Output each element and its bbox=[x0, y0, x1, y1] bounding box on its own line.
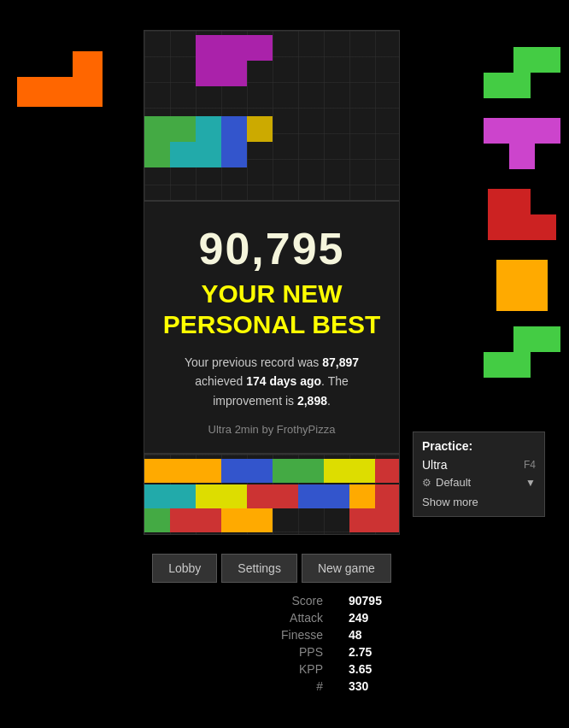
board-piece-cyan2 bbox=[196, 142, 221, 167]
bp-red5 bbox=[349, 508, 400, 532]
game-board: 90,795 YOUR NEW PERSONAL BEST Your previ… bbox=[144, 30, 400, 577]
practice-panel: Practice: Ultra F4 ⚙ Default ▼ Show more bbox=[413, 432, 545, 517]
left-decorative-pieces bbox=[17, 51, 103, 107]
bp-blue2 bbox=[298, 484, 349, 508]
practice-mode-label: Ultra bbox=[422, 458, 448, 472]
pink-t-piece bbox=[484, 118, 560, 173]
stat-row-attack: Attack 249 bbox=[144, 611, 400, 625]
settings-button[interactable]: Settings bbox=[221, 554, 297, 583]
stat-value-finesse: 48 bbox=[349, 628, 400, 642]
bp-blue1 bbox=[221, 459, 273, 483]
green-s-piece-bottom bbox=[484, 326, 560, 382]
orange-l-piece bbox=[17, 51, 103, 107]
board-piece-yellow bbox=[247, 116, 273, 142]
bp-yellow2 bbox=[196, 484, 247, 508]
orange-square-piece bbox=[496, 260, 548, 311]
bp-orange3 bbox=[221, 508, 273, 532]
stat-row-kpp: KPP 3.65 bbox=[144, 662, 400, 676]
bp-yellow1 bbox=[324, 459, 375, 483]
board-piece-purple bbox=[196, 35, 273, 61]
stat-label-finesse: Finesse bbox=[255, 628, 323, 642]
stat-value-score: 90795 bbox=[349, 594, 400, 608]
stat-label-pps: PPS bbox=[255, 645, 323, 659]
right-decorative-pieces bbox=[484, 47, 560, 382]
practice-key: F4 bbox=[524, 459, 536, 471]
stat-value-rank: 330 bbox=[349, 679, 400, 693]
board-pieces bbox=[144, 31, 399, 200]
bp-green1 bbox=[273, 459, 324, 483]
stat-row-score: Score 90795 bbox=[144, 594, 400, 608]
stat-value-kpp: 3.65 bbox=[349, 662, 400, 676]
bp-red1 bbox=[375, 459, 400, 483]
game-mode-text: Ultra 2min by FrothyPizza bbox=[161, 423, 382, 436]
score-display: 90,795 bbox=[161, 223, 382, 274]
result-panel: 90,795 YOUR NEW PERSONAL BEST Your previ… bbox=[144, 201, 400, 454]
default-label: Default bbox=[436, 476, 521, 489]
bp-red4 bbox=[170, 508, 221, 532]
lobby-button[interactable]: Lobby bbox=[152, 554, 217, 583]
stat-value-attack: 249 bbox=[349, 611, 400, 625]
show-more-button[interactable]: Show more bbox=[422, 496, 478, 508]
prev-record-text: Your previous record was 87,897 achieved… bbox=[161, 353, 382, 410]
bp-red2 bbox=[247, 484, 298, 508]
board-piece-green2 bbox=[170, 116, 196, 142]
gear-icon: ⚙ bbox=[422, 477, 431, 489]
bp-orange1 bbox=[144, 459, 221, 483]
stat-label-rank: # bbox=[255, 679, 323, 693]
chevron-down-icon: ▼ bbox=[525, 477, 536, 489]
green-s-piece-top bbox=[484, 47, 560, 103]
practice-default-row[interactable]: ⚙ Default ▼ bbox=[422, 476, 536, 489]
stat-row-rank: # 330 bbox=[144, 679, 400, 693]
stat-row-finesse: Finesse 48 bbox=[144, 628, 400, 642]
board-piece-purple3 bbox=[221, 61, 247, 86]
action-buttons: Lobby Settings New game bbox=[144, 554, 400, 583]
board-piece-green bbox=[144, 116, 170, 167]
stat-value-pps: 2.75 bbox=[349, 645, 400, 659]
bottom-pieces bbox=[144, 455, 399, 534]
board-piece-cyan bbox=[170, 142, 196, 167]
bp-cyan2 bbox=[144, 484, 196, 508]
bp-red3 bbox=[375, 484, 400, 508]
new-game-button[interactable]: New game bbox=[302, 554, 391, 583]
stats-area: Score 90795 Attack 249 Finesse 48 PPS 2.… bbox=[144, 594, 400, 696]
practice-title: Practice: bbox=[422, 439, 536, 453]
board-top bbox=[144, 30, 400, 201]
stat-row-pps: PPS 2.75 bbox=[144, 645, 400, 659]
bp-green3 bbox=[144, 508, 170, 532]
practice-mode-row: Ultra F4 bbox=[422, 458, 536, 472]
stat-label-score: Score bbox=[255, 594, 323, 608]
stat-label-kpp: KPP bbox=[255, 662, 323, 676]
red-l-piece bbox=[488, 189, 556, 244]
stat-label-attack: Attack bbox=[255, 611, 323, 625]
personal-best-text: YOUR NEW PERSONAL BEST bbox=[161, 279, 382, 340]
board-piece-blue bbox=[221, 116, 247, 167]
board-piece-purple2 bbox=[196, 61, 221, 86]
board-piece-cyan3 bbox=[196, 116, 221, 142]
board-bottom bbox=[144, 454, 400, 535]
bp-orange2 bbox=[349, 484, 375, 508]
